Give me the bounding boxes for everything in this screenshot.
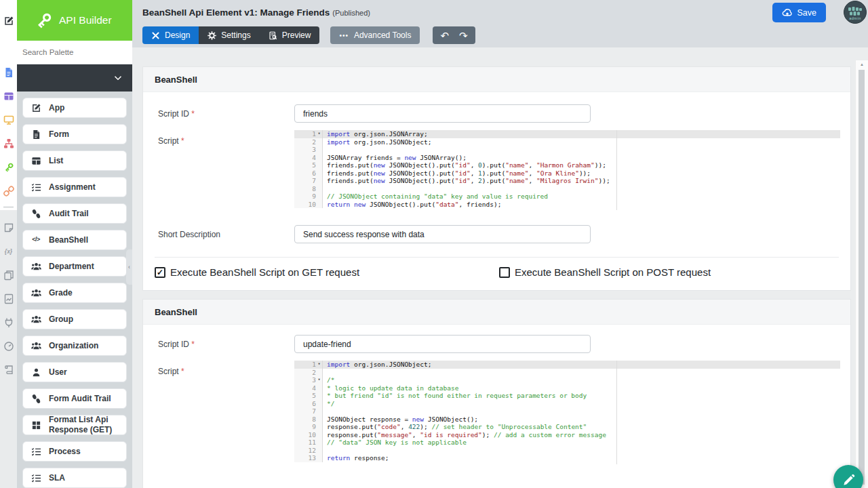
code-line: 1▾import org.json.JSONArray; [294, 130, 840, 138]
table-icon [31, 156, 41, 166]
plug-icon[interactable] [3, 317, 14, 328]
script-id-input-1[interactable] [294, 104, 591, 123]
script-label: Script * [158, 130, 294, 210]
code-line: 12 [294, 447, 840, 455]
fold-arrow-icon[interactable]: ▾ [316, 376, 322, 384]
execute-get-checkbox[interactable]: ✓Execute BeanShell Script on GET request [155, 266, 359, 278]
monitor-icon[interactable] [3, 114, 14, 125]
palette-item-beanshell[interactable]: </>BeanShell [22, 230, 127, 250]
line-number-gutter: 8 [294, 415, 323, 424]
link-icon[interactable] [3, 185, 14, 197]
pencil-icon [842, 474, 855, 487]
undo-button[interactable]: ↶ [440, 30, 449, 41]
design-icon [151, 31, 160, 40]
beanshell-element-card-2: BeanShell Script ID * Script * 1▾import … [142, 299, 851, 488]
code-line: 4JSONArray friends = new JSONArray(); [294, 154, 840, 162]
script-id-label: Script ID * [158, 335, 294, 353]
section-title: BeanShell [155, 75, 197, 85]
palette-item-group[interactable]: Group [22, 309, 127, 329]
line-number-gutter: 4 [294, 154, 323, 162]
line-number-gutter: 7 [294, 177, 323, 185]
foot-icon [31, 209, 41, 219]
palette-item-process[interactable]: Process [22, 441, 127, 462]
palette-item-organization[interactable]: Organization [22, 336, 127, 356]
listcheck-icon [31, 447, 41, 457]
script-code-editor-1[interactable]: 1▾import org.json.JSONArray;2import org.… [294, 130, 840, 210]
gauge-icon[interactable] [3, 340, 14, 352]
cloud-upload-icon [782, 7, 793, 18]
section-header: BeanShell [143, 67, 850, 92]
code-line: 5friends.put(new JSONObject().put("id", … [294, 161, 840, 169]
line-number-gutter: 7 [294, 407, 323, 415]
short-description-input[interactable] [294, 225, 591, 243]
key-icon[interactable] [3, 161, 14, 173]
code-line: 7 [294, 407, 840, 415]
line-number-gutter: 6 [294, 400, 323, 408]
checkbox-unchecked-icon[interactable] [499, 267, 510, 278]
advanced-tools-button[interactable]: ••• Advanced Tools [330, 26, 420, 44]
undo-redo-group: ↶ ↷ [433, 26, 475, 44]
palette-item-form-audit-trail[interactable]: Form Audit Trail [22, 388, 127, 409]
icon-rail-bottom: {x} [0, 210, 17, 488]
fold-arrow-icon[interactable]: ▾ [316, 130, 322, 138]
palette-item-list[interactable]: List [22, 150, 127, 171]
document-chart-icon[interactable] [3, 293, 14, 304]
required-asterisk: * [181, 136, 184, 146]
script-id-input-2[interactable] [294, 335, 591, 353]
search-palette-input[interactable] [17, 48, 132, 56]
file-icon[interactable] [3, 66, 14, 78]
script-code-editor-2[interactable]: 1▾import org.json.JSONObject;23▾/*4* log… [294, 361, 840, 464]
line-number-gutter: 2 [294, 138, 323, 146]
windows-icon [31, 420, 41, 430]
foot-icon [31, 394, 41, 404]
palette-category-dropdown[interactable] [17, 64, 132, 92]
code-line: 8 [294, 185, 840, 193]
icon-rail-top [0, 0, 17, 210]
palette-item-sla[interactable]: SLA [22, 468, 127, 488]
scrollbar-thumb[interactable] [859, 70, 865, 485]
key-icon [35, 12, 53, 30]
line-number-gutter: 12 [294, 447, 323, 455]
code-line: 11// "data" JSON key is not applicable [294, 439, 840, 447]
palette-item-department[interactable]: Department [22, 256, 127, 277]
beanshell-element-card-1: BeanShell Script ID * Script * 1▾import … [142, 66, 851, 291]
line-number-gutter: 10 [294, 431, 323, 439]
api-builder-header[interactable]: API Builder [17, 0, 132, 41]
save-button[interactable]: Save [772, 3, 827, 22]
execute-post-checkbox[interactable]: Execute BeanShell Script on POST request [499, 266, 711, 278]
scroll-up-arrow-icon[interactable]: ▲ [856, 62, 868, 66]
variable-icon[interactable]: {x} [3, 245, 14, 257]
avatar-image [848, 7, 863, 16]
edit-square-icon[interactable] [3, 15, 14, 26]
palette-item-grade[interactable]: Grade [22, 283, 127, 303]
line-number-gutter: 9 [294, 423, 323, 431]
palette-item-app[interactable]: App [22, 98, 127, 118]
code-tag-icon: </> [31, 236, 41, 243]
code-line: 2 [294, 369, 840, 377]
palette-item-user[interactable]: User [22, 362, 127, 382]
note-icon[interactable] [3, 222, 14, 233]
palette-item-form[interactable]: Form [22, 124, 127, 144]
short-description-label: Short Description [158, 225, 294, 243]
listcheck-icon [31, 182, 41, 192]
tab-settings[interactable]: Settings [199, 26, 259, 44]
redo-button[interactable]: ↷ [459, 30, 468, 41]
palette-item-audit-trail[interactable]: Audit Trail [22, 203, 127, 224]
checkbox-checked-icon[interactable]: ✓ [155, 267, 165, 278]
line-number-gutter: 3 [294, 146, 323, 154]
user-avatar[interactable]: admin [844, 1, 867, 24]
line-number-gutter: 1▾ [294, 361, 323, 369]
flow-icon[interactable] [3, 138, 14, 149]
palette-item-format-list-api-response-get[interactable]: Format List Api Response (GET) [22, 415, 127, 435]
sidebar-collapse-handle[interactable]: ‹ [126, 249, 132, 285]
fold-arrow-icon[interactable]: ▾ [316, 361, 322, 369]
palette-item-assignment[interactable]: Assignment [22, 177, 127, 197]
line-number-gutter: 6 [294, 169, 323, 178]
tab-preview[interactable]: Preview [260, 26, 320, 44]
table-icon[interactable] [3, 90, 14, 102]
scroll-icon[interactable] [3, 364, 14, 375]
tab-design[interactable]: Design [142, 26, 199, 44]
people-icon [31, 314, 41, 325]
pages-icon[interactable] [3, 269, 14, 281]
required-asterisk: * [191, 109, 195, 119]
